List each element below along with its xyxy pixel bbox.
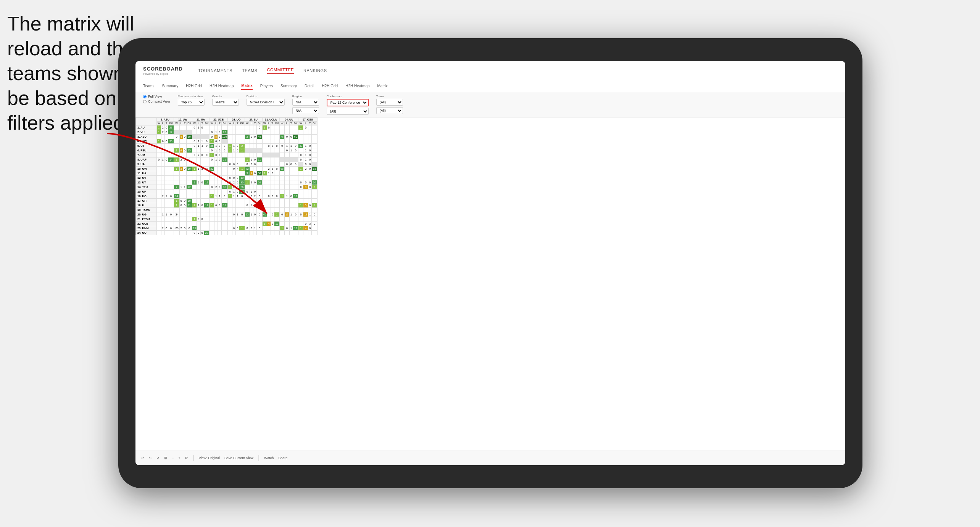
matrix-cell: 2 (197, 180, 200, 185)
share-btn[interactable]: Share (278, 456, 287, 460)
matrix-cell (168, 208, 174, 212)
conference-select[interactable]: Pac-12 Conference (327, 99, 369, 106)
matrix-cell: 1 (262, 222, 267, 226)
matrix-cell: 1 (312, 203, 317, 208)
save-custom-btn[interactable]: Save Custom View (224, 456, 253, 460)
refresh-btn[interactable]: ⤾ (156, 456, 160, 460)
subnav-h2h-grid[interactable]: H2H Grid (186, 82, 202, 90)
matrix-cell (157, 167, 161, 171)
matrix-cell: 2 (253, 194, 256, 199)
nav-teams[interactable]: TEAMS (242, 68, 257, 73)
nav-tournaments[interactable]: TOURNAMENTS (198, 68, 232, 73)
filter-max-teams: Max teams in view Top 25 (178, 95, 205, 106)
subnav-matrix[interactable]: Matrix (241, 82, 252, 90)
matrix-cell (289, 199, 293, 203)
matrix-cell (197, 212, 200, 217)
gender-select[interactable]: Men's (212, 99, 239, 106)
matrix-cell: 1 (245, 180, 250, 185)
matrix-cell (274, 153, 279, 157)
matrix-cell: 0 (271, 212, 274, 217)
compact-view-radio[interactable]: Compact View (143, 100, 170, 103)
zoom-in-btn[interactable]: + (178, 456, 180, 460)
max-teams-select[interactable]: Top 25 (178, 99, 205, 106)
redo-btn[interactable]: ↪ (149, 456, 152, 460)
region-select2[interactable]: N/A (292, 107, 319, 114)
subnav-matrix2[interactable]: Matrix (377, 82, 388, 90)
matrix-cell (298, 199, 303, 203)
matrix-cell: 1 (303, 144, 308, 148)
matrix-cell (179, 130, 183, 135)
matrix-cell: 3 (303, 185, 308, 190)
zoom-out-btn[interactable]: − (172, 456, 174, 460)
matrix-cell (280, 125, 285, 130)
watch-btn[interactable]: Watch (264, 456, 274, 460)
col-header-su: 27. SU (245, 118, 262, 122)
nav-rankings[interactable]: RANKINGS (303, 68, 327, 73)
conference-select2[interactable]: (All) (327, 108, 369, 115)
matrix-container[interactable]: 3. ASU 10. UW 11. UA 22. UCB 24. UO 27. … (135, 117, 845, 461)
subnav-teams[interactable]: Teams (143, 82, 154, 90)
matrix-cell (232, 217, 235, 222)
matrix-cell: 1 (214, 157, 218, 162)
subnav-h2h-grid2[interactable]: H2H Grid (322, 82, 338, 90)
team-label: 21. ETSU (136, 217, 157, 222)
matrix-cell: 0 (245, 162, 250, 167)
matrix-cell (312, 231, 317, 235)
subnav-h2h-heatmap2[interactable]: H2H Heatmap (345, 82, 369, 90)
matrix-cell: 0 (280, 212, 285, 217)
matrix-cell (308, 139, 312, 144)
matrix-cell (168, 203, 174, 208)
matrix-cell: 1 (280, 226, 285, 231)
matrix-cell: 0 (187, 226, 192, 231)
zoom-fit-btn[interactable]: ⊞ (164, 456, 167, 460)
matrix-cell (253, 185, 256, 190)
team-select2[interactable]: (All) (376, 107, 403, 114)
matrix-cell (168, 153, 174, 157)
team-label: 15. UF (136, 190, 157, 194)
reset-btn[interactable]: ⟳ (185, 456, 188, 460)
matrix-cell (285, 222, 290, 226)
matrix-cell (204, 199, 209, 203)
matrix-cell: 1 (232, 148, 235, 153)
matrix-cell (308, 208, 312, 212)
matrix-cell: 0 (298, 185, 303, 190)
matrix-cell: 0 (164, 226, 168, 231)
matrix-cell (204, 217, 209, 222)
matrix-cell (197, 199, 200, 203)
matrix-cell (157, 180, 161, 185)
subnav-h2h-heatmap[interactable]: H2H Heatmap (210, 82, 234, 90)
division-select[interactable]: NCAA Division I (247, 99, 285, 106)
team-label: 5. UT (136, 144, 157, 148)
matrix-cell (262, 231, 267, 235)
region-select[interactable]: N/A (292, 99, 319, 106)
nav-committee[interactable]: COMMITTEE (267, 67, 294, 74)
subnav-summary[interactable]: Summary (162, 82, 178, 90)
matrix-cell (183, 208, 186, 212)
matrix-cell (204, 171, 209, 176)
view-original-btn[interactable]: View: Original (199, 456, 220, 460)
subnav-players[interactable]: Players (260, 82, 273, 90)
matrix-cell (274, 148, 279, 153)
matrix-cell (312, 144, 317, 148)
matrix-cell (312, 217, 317, 222)
matrix-cell: 1 (214, 148, 218, 153)
full-view-radio[interactable]: Full View (143, 95, 170, 98)
undo-btn[interactable]: ↩ (141, 456, 144, 460)
matrix-cell (179, 222, 183, 226)
matrix-cell (285, 125, 290, 130)
matrix-cell (168, 135, 174, 139)
matrix-cell (183, 194, 186, 199)
matrix-cell (245, 139, 250, 144)
matrix-cell (161, 176, 164, 180)
matrix-cell (218, 162, 221, 167)
subnav-detail[interactable]: Detail (305, 82, 314, 90)
subnav-summary2[interactable]: Summary (280, 82, 297, 90)
team-label: 3. ASU (136, 135, 157, 139)
matrix-cell: 0 (218, 130, 221, 135)
matrix-cell (257, 217, 262, 222)
matrix-cell (232, 139, 235, 144)
matrix-cell (179, 190, 183, 194)
team-select[interactable]: (All) (376, 99, 403, 106)
matrix-cell: 1 (298, 125, 303, 130)
matrix-cell (214, 222, 218, 226)
